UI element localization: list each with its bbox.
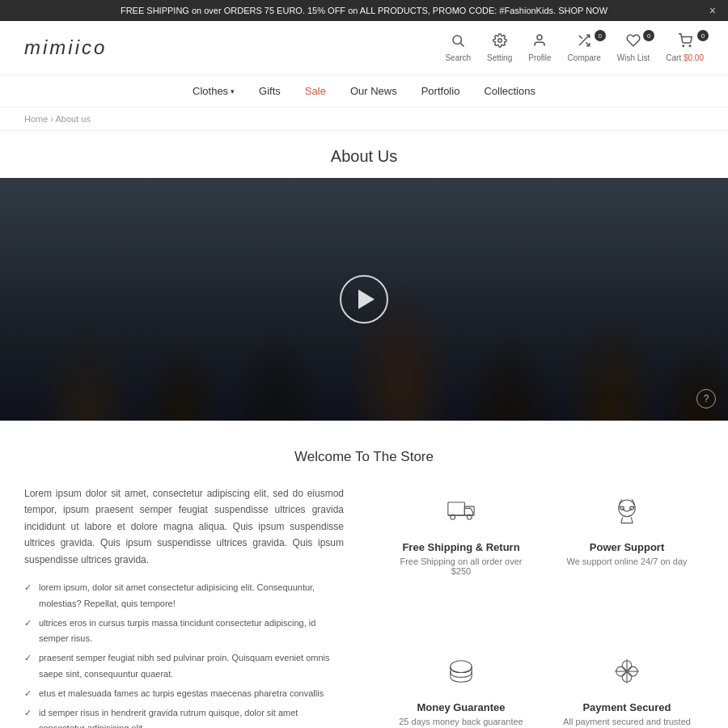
profile-button[interactable]: Profile [528, 33, 551, 62]
play-button[interactable] [340, 275, 388, 324]
wishlist-icon [626, 33, 641, 52]
payment-title: Payment Secured [582, 701, 671, 713]
welcome-title: Welcome To The Store [24, 449, 704, 465]
list-item: lorem ipsum, dolor sit amet consectetur … [24, 580, 344, 612]
svg-point-4 [683, 45, 684, 47]
money-icon [443, 654, 479, 693]
search-icon [451, 33, 465, 52]
wishlist-button[interactable]: 0 Wish List [617, 33, 650, 62]
cart-badge: 0 [697, 30, 709, 41]
payment-icon [609, 654, 645, 693]
page-title: About Us [0, 131, 728, 178]
svg-line-1 [461, 43, 464, 46]
svg-point-0 [453, 36, 462, 44]
nav-collections[interactable]: Collections [484, 85, 535, 97]
compare-badge: 0 [595, 30, 606, 41]
nav-portfolio[interactable]: Portfolio [421, 85, 460, 97]
profile-icon [532, 33, 547, 52]
cart-button[interactable]: 0 Cart $0.00 [666, 33, 704, 62]
welcome-left-column: Lorem ipsum dolor sit amet, consectetur … [24, 485, 352, 728]
banner-text: FREE SHIPPING on over ORDERS 75 EURO. 15… [121, 6, 607, 15]
svg-rect-6 [448, 502, 465, 515]
setting-label: Setting [487, 53, 512, 62]
feature-payment: Payment Secured All payment secured and … [550, 645, 704, 728]
svg-point-3 [537, 35, 542, 40]
wishlist-badge: 0 [643, 30, 654, 41]
shipping-icon [443, 493, 479, 533]
feature-shipping: Free Shipping & Return Free Shipping on … [384, 485, 538, 625]
banner-close-button[interactable]: × [709, 4, 716, 17]
cart-icon [678, 33, 692, 52]
profile-label: Profile [528, 53, 551, 62]
payment-desc: All payment secured and trusted [563, 717, 691, 726]
cart-label: Cart $0.00 [666, 53, 704, 62]
site-logo[interactable]: mimiico [24, 36, 107, 59]
svg-point-5 [689, 45, 691, 47]
top-banner: FREE SHIPPING on over ORDERS 75 EURO. 15… [0, 0, 728, 21]
breadcrumb: Home › About us [0, 108, 728, 131]
svg-point-11 [619, 500, 636, 517]
shipping-desc: Free Shipping on all order over $250 [392, 557, 530, 576]
help-button[interactable]: ? [696, 389, 716, 408]
welcome-paragraph: Lorem ipsum dolor sit amet, consectetur … [24, 485, 344, 568]
video-section: ? [0, 178, 728, 421]
play-icon [358, 290, 375, 309]
compare-label: Compare [568, 53, 601, 62]
money-desc: 25 days money back guarantee [399, 717, 523, 726]
wishlist-label: Wish List [617, 53, 650, 62]
main-nav: Clothes ▾ Gifts Sale Our News Portfolio … [0, 75, 728, 108]
shipping-title: Free Shipping & Return [402, 541, 519, 553]
list-item: etus et malesuada fames ac turpis egesta… [24, 686, 344, 702]
money-title: Money Guarantee [417, 701, 505, 713]
support-icon [609, 493, 645, 533]
search-label: Search [445, 53, 471, 62]
nav-our-news[interactable]: Our News [350, 85, 397, 97]
header-icons: Search Setting Profile 0 Compare 0 [445, 33, 704, 62]
welcome-content: Lorem ipsum dolor sit amet, consectetur … [24, 485, 704, 728]
nav-clothes[interactable]: Clothes ▾ [193, 85, 235, 97]
setting-button[interactable]: Setting [487, 33, 512, 62]
welcome-checklist: lorem ipsum, dolor sit amet consectetur … [24, 580, 344, 728]
nav-gifts[interactable]: Gifts [259, 85, 281, 97]
breadcrumb-current: About us [56, 114, 91, 124]
svg-point-2 [497, 39, 502, 43]
breadcrumb-home[interactable]: Home [24, 114, 48, 124]
nav-sale[interactable]: Sale [305, 85, 326, 97]
setting-icon [493, 33, 507, 52]
list-item: ultrices eros in cursus turpis massa tin… [24, 616, 344, 648]
welcome-section: Welcome To The Store Lorem ipsum dolor s… [0, 421, 728, 728]
support-title: Power Support [590, 541, 664, 553]
nav-clothes-label: Clothes [193, 85, 228, 97]
welcome-right-column: Free Shipping & Return Free Shipping on … [384, 485, 704, 728]
list-item: praesent semper feugiat nibh sed pulvina… [24, 650, 344, 683]
site-header: mimiico Search Setting Profile 0 Com [0, 21, 728, 75]
svg-point-14 [451, 661, 472, 673]
feature-support: Power Support We support online 24/7 on … [550, 485, 704, 625]
search-button[interactable]: Search [445, 33, 471, 62]
compare-button[interactable]: 0 Compare [568, 33, 601, 62]
support-desc: We support online 24/7 on day [566, 557, 687, 566]
chevron-down-icon: ▾ [231, 87, 235, 95]
compare-icon [577, 33, 591, 52]
list-item: id semper risus in hendrerit gravida rut… [24, 705, 344, 728]
feature-money: Money Guarantee 25 days money back guara… [384, 645, 538, 728]
